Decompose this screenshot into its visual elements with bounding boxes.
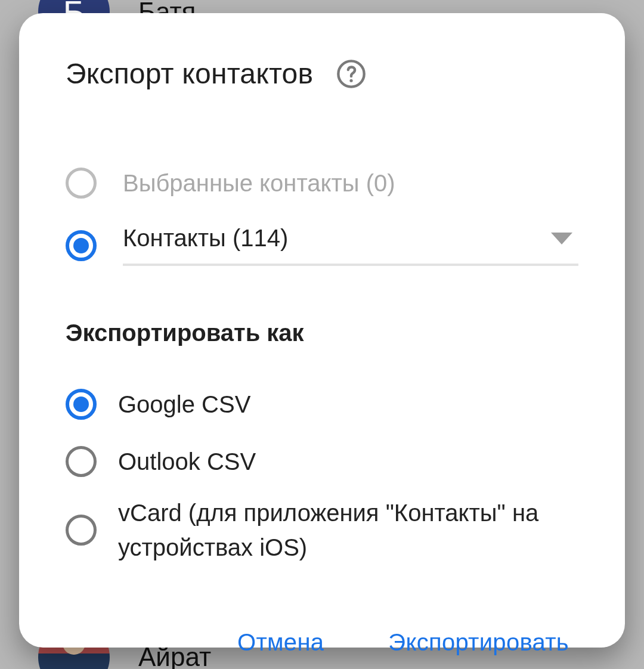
radio-selected-contacts: Выбранные контакты (0) bbox=[66, 162, 578, 205]
export-as-heading: Экспортировать как bbox=[66, 320, 578, 346]
radio-vcard[interactable]: vCard (для приложения "Контакты" на устр… bbox=[66, 495, 578, 565]
radio-input-google-csv[interactable] bbox=[66, 389, 97, 420]
cancel-button[interactable]: Отмена bbox=[234, 623, 327, 662]
dialog-header: Экспорт контактов bbox=[66, 57, 578, 90]
radio-input-contacts-group[interactable] bbox=[66, 230, 97, 261]
radio-input-vcard[interactable] bbox=[66, 515, 97, 546]
radio-label: Google CSV bbox=[118, 387, 250, 422]
radio-outlook-csv[interactable]: Outlook CSV bbox=[66, 444, 578, 479]
radio-label: vCard (для приложения "Контакты" на устр… bbox=[118, 495, 578, 565]
select-value: Контакты (114) bbox=[123, 225, 288, 252]
radio-google-csv[interactable]: Google CSV bbox=[66, 387, 578, 422]
contacts-group-select[interactable]: Контакты (114) bbox=[123, 225, 578, 266]
export-contacts-dialog: Экспорт контактов Выбранные контакты (0)… bbox=[19, 13, 625, 648]
help-icon bbox=[336, 58, 367, 89]
dialog-title: Экспорт контактов bbox=[66, 57, 313, 90]
help-button[interactable] bbox=[336, 58, 367, 89]
radio-input-selected-contacts bbox=[66, 168, 97, 199]
radio-contacts-group[interactable]: Контакты (114) bbox=[66, 225, 578, 266]
dialog-actions: Отмена Экспортировать bbox=[66, 587, 578, 662]
svg-point-1 bbox=[350, 79, 353, 82]
radio-label: Выбранные контакты (0) bbox=[123, 168, 395, 199]
export-button[interactable]: Экспортировать bbox=[385, 623, 572, 662]
radio-label: Outlook CSV bbox=[118, 444, 256, 479]
chevron-down-icon bbox=[551, 233, 572, 244]
radio-input-outlook-csv[interactable] bbox=[66, 446, 97, 477]
